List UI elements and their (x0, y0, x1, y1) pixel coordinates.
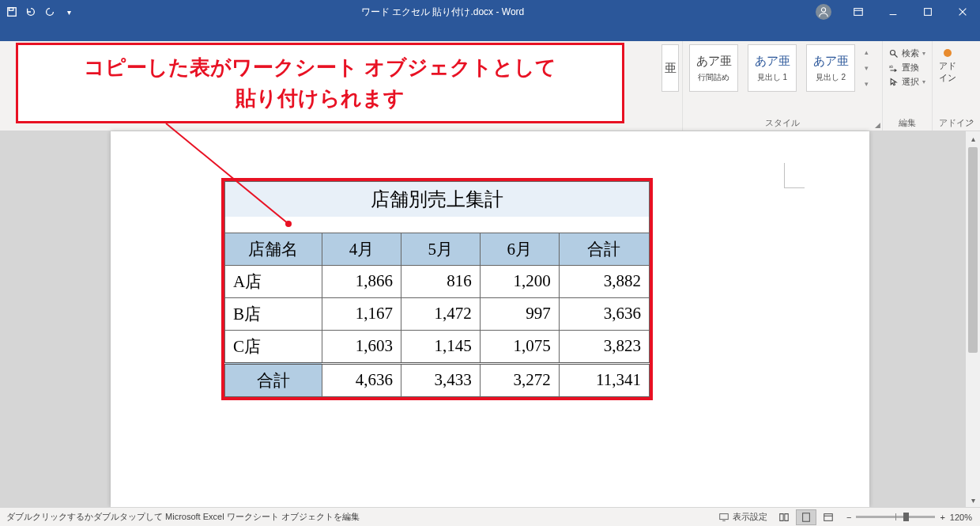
style-heading2[interactable]: あア亜 見出し 2 (806, 44, 855, 92)
addin-dot-icon (944, 49, 952, 57)
view-web-layout[interactable] (818, 509, 839, 525)
qat-dropdown-icon[interactable]: ▾ (62, 5, 76, 19)
select-label: 選択 (902, 76, 919, 88)
table-title: 店舗別売上集計 (225, 182, 650, 218)
svg-rect-1 (9, 8, 13, 11)
style-gallery-more[interactable]: ▴▾▾ (865, 44, 876, 92)
ribbon-display-button[interactable] (844, 0, 873, 24)
scroll-up-icon[interactable]: ▴ (966, 131, 980, 146)
zoom-slider[interactable] (856, 516, 935, 518)
table-row: A店1,8668161,2003,882 (225, 265, 650, 297)
document-title: ワード エクセル 貼り付け.docx - Word (76, 6, 809, 19)
table-spacer-row (225, 217, 650, 233)
monitor-icon (718, 512, 729, 523)
scroll-thumb[interactable] (968, 147, 978, 353)
find-button[interactable]: 検索▾ (889, 47, 925, 59)
user-avatar-icon (816, 4, 831, 20)
collapse-ribbon-icon[interactable]: ⌃ (967, 118, 975, 129)
status-bar: ダブルクリックするかダブルタップして Microsoft Excel ワークシー… (0, 507, 980, 526)
callout-line2: 貼り付けられます (236, 86, 405, 110)
svg-text:ab: ab (889, 65, 894, 69)
replace-button[interactable]: ab置換 (889, 62, 925, 74)
scroll-down-icon[interactable]: ▾ (966, 493, 980, 507)
view-print-layout[interactable] (796, 509, 816, 525)
zoom-out-button[interactable]: − (846, 513, 851, 522)
annotation-callout: コピーした表がワークシート オブジェクトとして貼り付けられます (16, 43, 624, 123)
zoom-slider-thumb[interactable] (903, 513, 909, 521)
callout-line1: コピーした表がワークシート オブジェクトとして (84, 55, 556, 79)
style-caption: 見出し 2 (816, 72, 846, 83)
document-page[interactable]: 店舗別売上集計 店舗名 4月 5月 6月 合計 A店1,8668161,2003… (111, 131, 869, 507)
status-message: ダブルクリックするかダブルタップして Microsoft Excel ワークシー… (0, 511, 718, 523)
save-icon[interactable] (5, 5, 19, 19)
style-caption: 見出し 1 (757, 72, 787, 83)
svg-point-9 (891, 50, 895, 55)
style-preview: あア亜 (696, 54, 732, 69)
zoom-in-button[interactable]: + (940, 513, 944, 522)
ribbon-group-editing: 検索▾ ab置換 選択▾ 編集 (883, 41, 933, 131)
style-preview: あア亜 (813, 54, 849, 69)
group-label-styles: スタイル (765, 118, 800, 127)
col-header: 4月 (322, 233, 401, 265)
margin-corner-mark (784, 163, 805, 188)
undo-icon[interactable] (24, 5, 38, 19)
col-header: 5月 (401, 233, 480, 265)
style-nav-glyph: 亜 (665, 61, 677, 76)
find-label: 検索 (902, 47, 919, 59)
addins-button[interactable]: アド イン (939, 44, 956, 84)
col-header: 合計 (559, 233, 649, 265)
title-bar: ▾ ワード エクセル 貼り付け.docx - Word (0, 0, 980, 24)
addin-label: アド イン (939, 60, 956, 84)
svg-rect-6 (925, 9, 932, 16)
maximize-button[interactable] (914, 0, 942, 24)
style-preview: あア亜 (755, 54, 790, 69)
vertical-scrollbar[interactable]: ▴ ▾ (966, 131, 980, 507)
style-normal[interactable]: あア亜 行間詰め (689, 44, 738, 92)
table-total-row: 合計4,6363,4333,27211,341 (225, 363, 650, 396)
ribbon-group-style-box: 亜 (658, 41, 683, 131)
account-button[interactable] (809, 0, 838, 24)
display-settings-button[interactable]: 表示設定 (718, 511, 774, 523)
view-buttons (774, 509, 839, 525)
redo-icon[interactable] (43, 5, 57, 19)
table-row: C店1,6031,1451,0753,823 (225, 330, 650, 363)
dialog-launcher-icon[interactable]: ◢ (875, 121, 880, 129)
minimize-button[interactable] (879, 0, 907, 24)
display-settings-label: 表示設定 (733, 511, 767, 523)
replace-label: 置換 (902, 62, 919, 74)
style-caption: 行間詰め (698, 72, 729, 83)
close-button[interactable] (948, 0, 977, 24)
group-label-editing: 編集 (899, 118, 916, 127)
svg-line-10 (895, 54, 898, 57)
select-button[interactable]: 選択▾ (889, 76, 925, 88)
col-header: 6月 (480, 233, 559, 265)
document-workspace: 店舗別売上集計 店舗名 4月 5月 6月 合計 A店1,8668161,2003… (0, 131, 980, 507)
col-header: 店舗名 (225, 233, 322, 265)
svg-rect-3 (854, 9, 863, 16)
svg-point-2 (821, 8, 825, 12)
embedded-table: 店舗別売上集計 店舗名 4月 5月 6月 合計 A店1,8668161,2003… (224, 181, 650, 397)
worksheet-object[interactable]: 店舗別売上集計 店舗名 4月 5月 6月 合計 A店1,8668161,2003… (221, 178, 653, 400)
style-heading1[interactable]: あア亜 見出し 1 (748, 44, 797, 92)
svg-rect-17 (824, 513, 833, 520)
zoom-percentage[interactable]: 120% (950, 513, 972, 522)
svg-rect-16 (803, 513, 810, 521)
ribbon-group-styles: あア亜 行間詰め あア亜 見出し 1 あア亜 見出し 2 ▴▾▾ スタイル◢ (683, 41, 883, 131)
table-row: B店1,1671,4729973,636 (225, 297, 650, 330)
ribbon-tabs[interactable] (0, 24, 980, 41)
svg-rect-14 (720, 513, 729, 519)
zoom-control: − + 120% (839, 513, 980, 522)
view-read-mode[interactable] (774, 509, 794, 525)
style-nav-icon[interactable]: 亜 (662, 44, 679, 92)
